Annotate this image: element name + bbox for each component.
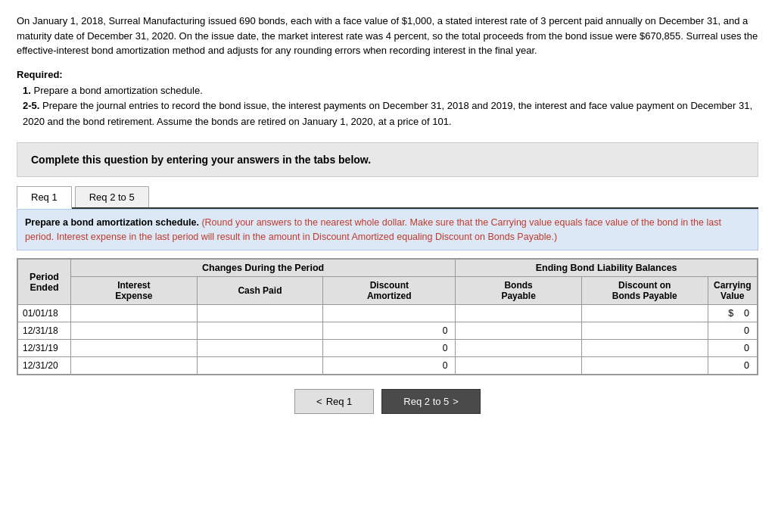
table-row-interest[interactable] [71, 322, 198, 340]
col-interest-expense: InterestExpense [71, 277, 198, 305]
amort-table: PeriodEnded Changes During the Period En… [17, 259, 758, 375]
amort-table-wrap: PeriodEnded Changes During the Period En… [17, 258, 758, 375]
table-row-discount-amort[interactable] [323, 357, 456, 375]
table-row-cash[interactable] [197, 340, 323, 357]
intro-text: On January 1, 2018, Surreal Manufacturin… [17, 14, 758, 58]
col-group-ending: Ending Bond Liability Balances [456, 260, 758, 277]
next-label: Req 2 to 5 [403, 396, 449, 407]
col-bonds-payable: BondsPayable [456, 277, 582, 305]
req-text-25: Prepare the journal entries to record th… [23, 100, 752, 127]
tab-req2to5[interactable]: Req 2 to 5 [75, 186, 149, 207]
table-row-carrying-value[interactable]: 0 [708, 357, 757, 375]
req-text-1: Prepare a bond amortization schedule. [33, 85, 202, 96]
tabs-row: Req 1 Req 2 to 5 [17, 186, 758, 209]
nav-buttons: Req 1 Req 2 to 5 [17, 389, 758, 414]
table-row-bonds-payable[interactable] [456, 305, 582, 322]
prev-arrow-icon [316, 396, 322, 407]
table-row-discount-amort[interactable] [323, 322, 456, 340]
req-num-1: 1. [23, 85, 31, 96]
table-row-discount-amort[interactable] [323, 340, 456, 357]
table-row-interest[interactable] [71, 357, 198, 375]
next-button[interactable]: Req 2 to 5 [381, 389, 481, 414]
col-period: PeriodEnded [18, 260, 71, 305]
table-row-bonds-payable[interactable] [456, 340, 582, 357]
prev-label: Req 1 [326, 396, 353, 407]
table-row-interest[interactable] [71, 340, 198, 357]
col-carrying-value: CarryingValue [708, 277, 757, 305]
table-row-discount-bonds[interactable] [581, 322, 708, 340]
table-row-discount-bonds[interactable] [581, 340, 708, 357]
table-row-discount-bonds[interactable] [581, 305, 708, 322]
table-row-carrying-value[interactable]: 0 [708, 340, 757, 357]
table-row-cash[interactable] [197, 322, 323, 340]
col-cash-paid: Cash Paid [197, 277, 323, 305]
table-row-carrying-value[interactable]: $ 0 [708, 305, 757, 322]
amort-info-prefix: Prepare a bond amortization schedule. [25, 217, 199, 228]
col-discount-amort: DiscountAmortized [323, 277, 456, 305]
table-row-discount-amort[interactable] [323, 305, 456, 322]
table-row-cash[interactable] [197, 357, 323, 375]
complete-box: Complete this question by entering your … [17, 142, 758, 177]
table-row-discount-bonds[interactable] [581, 357, 708, 375]
tab-req1[interactable]: Req 1 [17, 186, 72, 209]
table-row-cash[interactable] [197, 305, 323, 322]
required-section: Required: 1. Prepare a bond amortization… [17, 69, 758, 130]
table-row-period: 12/31/20 [18, 357, 71, 375]
table-row-interest[interactable] [71, 305, 198, 322]
table-row-period: 12/31/19 [18, 340, 71, 357]
table-row-period: 12/31/18 [18, 322, 71, 340]
col-discount-on-bonds: Discount onBonds Payable [581, 277, 708, 305]
table-row-carrying-value[interactable]: 0 [708, 322, 757, 340]
table-row-bonds-payable[interactable] [456, 322, 582, 340]
table-row-period: 01/01/18 [18, 305, 71, 322]
amort-info: Prepare a bond amortization schedule. (R… [17, 209, 758, 251]
required-label: Required: [17, 69, 758, 80]
table-row-bonds-payable[interactable] [456, 357, 582, 375]
next-arrow-icon [453, 396, 459, 407]
req-num-25: 2-5. [23, 100, 39, 111]
prev-button[interactable]: Req 1 [294, 389, 374, 414]
req-item-1: 1. Prepare a bond amortization schedule. [23, 83, 758, 99]
req-item-25: 2-5. Prepare the journal entries to reco… [23, 98, 758, 130]
col-group-changes: Changes During the Period [71, 260, 456, 277]
